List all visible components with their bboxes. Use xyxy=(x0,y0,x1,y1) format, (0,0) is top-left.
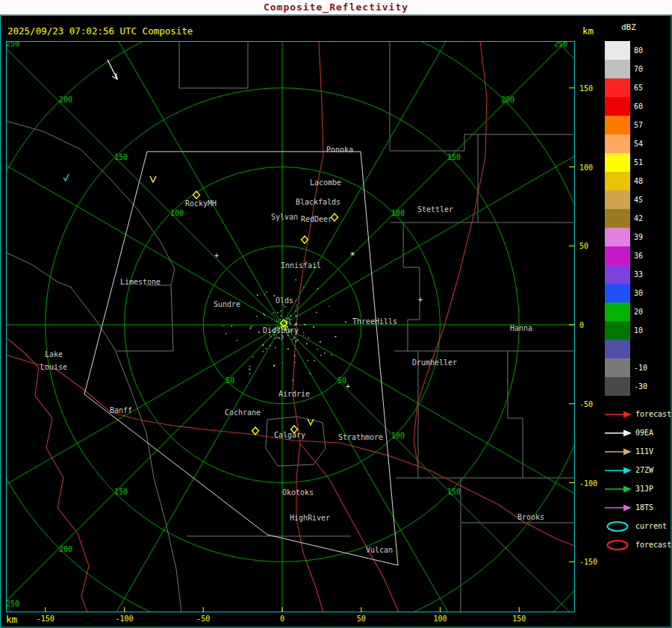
clutter-dot xyxy=(294,355,295,356)
city-label: RockyMH xyxy=(185,199,217,208)
dbz-scale-row: 20 xyxy=(602,302,672,321)
dbz-swatch xyxy=(605,265,630,284)
clutter-dot xyxy=(276,338,276,338)
clutter-dot xyxy=(286,318,287,319)
dbz-value: 54 xyxy=(634,140,643,148)
dbz-scale-row: 30 xyxy=(602,284,672,302)
dbz-scale-title: dBZ xyxy=(621,22,672,32)
clutter-dot xyxy=(320,355,321,355)
clutter-dot xyxy=(296,341,296,342)
right-axis-label: 150 xyxy=(579,84,593,93)
clutter-dot xyxy=(331,355,332,355)
clutter-dot xyxy=(287,335,288,335)
track-arrow-icon xyxy=(603,483,633,495)
clutter-dot xyxy=(296,300,296,302)
dbz-value: -30 xyxy=(634,382,647,391)
city-label: Cochrane xyxy=(225,408,261,417)
track-legend-item: 18TS xyxy=(602,498,672,517)
track-label: 27ZW xyxy=(635,466,653,474)
clutter-dot xyxy=(249,366,250,367)
dbz-value: 70 xyxy=(634,65,643,73)
clutter-dot xyxy=(296,315,296,317)
dbz-scale-row xyxy=(602,340,672,358)
ring-label: 100 xyxy=(391,209,405,217)
clutter-dot xyxy=(281,311,281,311)
city-label: Blackfalds xyxy=(296,198,340,206)
window-title: Composite_Reflectivity xyxy=(0,0,672,15)
city-label: Didsbury xyxy=(263,326,299,335)
clutter-dot xyxy=(281,338,282,338)
clutter-dot xyxy=(303,287,304,287)
clutter-dot xyxy=(296,308,297,308)
storm-marker-diamond-icon xyxy=(252,427,259,435)
clutter-dot xyxy=(257,294,258,296)
radar-window: Composite_Reflectivity 2025/09/23 07:02:… xyxy=(0,0,672,628)
city-label: Lacombe xyxy=(310,178,341,187)
clutter-dot xyxy=(279,338,279,339)
clutter-dot xyxy=(287,321,287,322)
clutter-dot xyxy=(296,305,296,305)
city-label: Limestone xyxy=(120,278,161,286)
clutter-dot xyxy=(287,318,288,319)
dbz-swatch xyxy=(605,116,630,134)
county-boundary xyxy=(6,121,175,285)
clutter-dot xyxy=(277,336,278,337)
clutter-dot xyxy=(303,335,304,336)
clutter-dot xyxy=(273,312,273,314)
dbz-swatch xyxy=(605,377,630,396)
clutter-dot xyxy=(281,315,281,316)
track-arrow-icon xyxy=(603,427,633,439)
dbz-scale-row: 65 xyxy=(602,78,672,97)
clutter-dot xyxy=(263,344,264,346)
storm-marker-vee-icon xyxy=(150,176,156,182)
track-arrow-icon xyxy=(603,464,633,476)
track-legend-item: 31JP xyxy=(602,479,672,498)
unit-label-bottom-left: km xyxy=(6,614,17,625)
clutter-dot xyxy=(295,310,296,311)
clutter-dot xyxy=(309,373,310,374)
storm-marker-diamond-icon xyxy=(302,236,308,243)
point-marker-plus-icon: + xyxy=(346,382,350,391)
clutter-dot xyxy=(324,352,325,353)
clutter-dot xyxy=(280,319,281,320)
clutter-dot xyxy=(231,326,232,326)
dbz-value: 30 xyxy=(634,289,643,297)
clutter-dot xyxy=(282,336,283,337)
city-label: Vulcan xyxy=(366,546,393,554)
dbz-swatch xyxy=(605,78,630,97)
city-label: Strathmore xyxy=(338,433,383,441)
city-label: Banff xyxy=(110,406,132,414)
clutter-dot xyxy=(252,356,253,358)
dbz-swatch xyxy=(605,41,630,60)
dbz-swatch xyxy=(605,302,630,321)
city-label: Innisfail xyxy=(281,261,321,270)
dbz-value: 36 xyxy=(634,252,643,260)
dbz-scale: 80706560575451484542393633302010-10-30 xyxy=(602,41,672,396)
city-label: Drumheller xyxy=(412,358,457,367)
dbz-scale-row: 80 xyxy=(602,41,672,60)
city-label: Stettler xyxy=(417,205,453,214)
dbz-swatch xyxy=(605,97,630,116)
clutter-dot xyxy=(308,360,308,361)
azimuth-line xyxy=(282,0,506,325)
clutter-dot xyxy=(257,316,258,317)
dbz-swatch xyxy=(605,209,630,228)
clutter-dot xyxy=(273,365,275,367)
highway-line xyxy=(414,41,487,467)
clutter-dot xyxy=(296,279,296,280)
clutter-dot xyxy=(249,373,250,374)
dbz-swatch xyxy=(605,190,630,209)
clutter-dot xyxy=(335,336,336,337)
county-boundary xyxy=(403,223,420,351)
track-label: 111V xyxy=(635,447,653,456)
city-label: Calgary xyxy=(274,431,305,439)
county-boundary xyxy=(508,351,523,478)
highway-line xyxy=(300,444,399,612)
clutter-dot xyxy=(295,323,296,325)
clutter-dot xyxy=(264,314,264,315)
clutter-dot xyxy=(266,291,267,292)
clutter-dot xyxy=(287,317,288,318)
track-label: 18TS xyxy=(635,503,653,512)
dbz-scale-row: -10 xyxy=(602,358,672,377)
dbz-scale-row: 33 xyxy=(602,265,672,284)
